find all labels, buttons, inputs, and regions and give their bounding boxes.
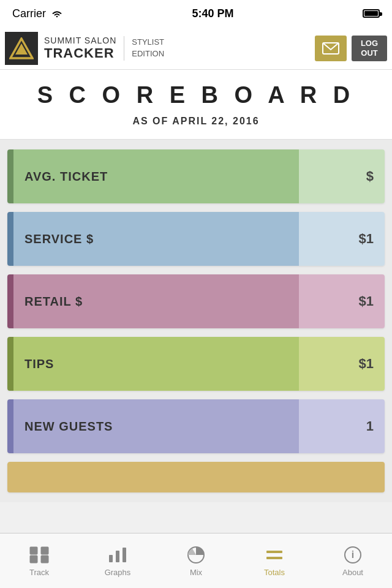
status-time: 5:40 PM (192, 7, 233, 20)
mix-icon (185, 545, 207, 565)
mail-icon (322, 42, 339, 55)
row-label-service: SERVICE $ (13, 212, 299, 266)
status-bar: Carrier 5:40 PM (0, 0, 392, 27)
svg-rect-6 (41, 556, 48, 563)
tab-about[interactable]: i About (314, 533, 392, 588)
tab-totals-label: Totals (264, 568, 285, 577)
row-accent-service (7, 212, 13, 266)
row-accent-tips (7, 337, 13, 391)
score-row-retail[interactable]: RETAIL $ $1 (7, 274, 385, 328)
score-row-service[interactable]: SERVICE $ $1 (7, 212, 385, 266)
track-icon (28, 545, 50, 565)
tab-track[interactable]: Track (0, 533, 78, 588)
scoreboard-title: S C O R E B O A R D (0, 70, 392, 113)
triangle-svg (9, 37, 34, 59)
logo-divider (124, 36, 124, 61)
score-list: AVG. TICKET $ SERVICE $ $1 RETAIL $ $1 T… (0, 140, 392, 502)
svg-rect-5 (30, 556, 37, 563)
tab-about-label: About (342, 568, 363, 577)
svg-rect-4 (41, 547, 48, 554)
row-value-new-guests: 1 (299, 399, 385, 453)
row-value-retail: $1 (299, 274, 385, 328)
scoreboard-date: AS OF APRIL 22, 2016 (0, 113, 392, 140)
totals-icon (263, 545, 285, 565)
tab-track-label: Track (29, 568, 49, 577)
status-carrier: Carrier (12, 7, 63, 20)
row-value-tips: $1 (299, 337, 385, 391)
score-row-tips[interactable]: TIPS $1 (7, 337, 385, 391)
row-accent-retail (7, 274, 13, 328)
logo-text: SUMMIT SALON TRACKER (44, 36, 116, 61)
row-label-avg-ticket: AVG. TICKET (13, 149, 299, 203)
about-icon: i (342, 545, 364, 565)
row-label-retail: RETAIL $ (13, 274, 299, 328)
svg-text:i: i (352, 549, 354, 560)
svg-rect-7 (109, 555, 113, 562)
graphs-icon (107, 545, 129, 565)
status-battery (363, 9, 380, 18)
score-row-avg-ticket[interactable]: AVG. TICKET $ (7, 149, 385, 203)
page-content: S C O R E B O A R D AS OF APRIL 22, 2016… (0, 70, 392, 502)
battery-icon (363, 9, 380, 18)
score-row-partial (7, 462, 385, 492)
tab-mix[interactable]: Mix (157, 533, 235, 588)
logout-button[interactable]: LOG OUT (352, 36, 387, 61)
svg-rect-12 (266, 557, 282, 559)
tab-graphs-label: Graphs (105, 568, 131, 577)
row-value-service: $1 (299, 212, 385, 266)
row-label-new-guests: NEW GUESTS (13, 399, 299, 453)
tab-graphs[interactable]: Graphs (78, 533, 157, 588)
row-label-tips: TIPS (13, 337, 299, 391)
app-header: SUMMIT SALON TRACKER STYLIST EDITION LOG… (0, 27, 392, 70)
logo-edition: STYLIST EDITION (132, 37, 164, 59)
header-actions: LOG OUT (315, 36, 387, 61)
mail-button[interactable] (315, 36, 347, 61)
svg-rect-8 (116, 551, 119, 562)
app-logo: SUMMIT SALON TRACKER STYLIST EDITION (5, 32, 315, 65)
wifi-icon (51, 9, 63, 18)
row-value-avg-ticket: $ (299, 149, 385, 203)
score-row-new-guests[interactable]: NEW GUESTS 1 (7, 399, 385, 453)
svg-rect-9 (123, 548, 126, 562)
row-accent-new-guests (7, 399, 13, 453)
row-accent-avg-ticket (7, 149, 13, 203)
tab-bar: Track Graphs Mix Totals i About (0, 533, 392, 588)
logo-triangle-icon (5, 32, 38, 65)
tab-mix-label: Mix (190, 568, 202, 577)
svg-rect-11 (266, 551, 282, 553)
svg-rect-3 (30, 547, 37, 554)
tab-totals[interactable]: Totals (235, 533, 314, 588)
